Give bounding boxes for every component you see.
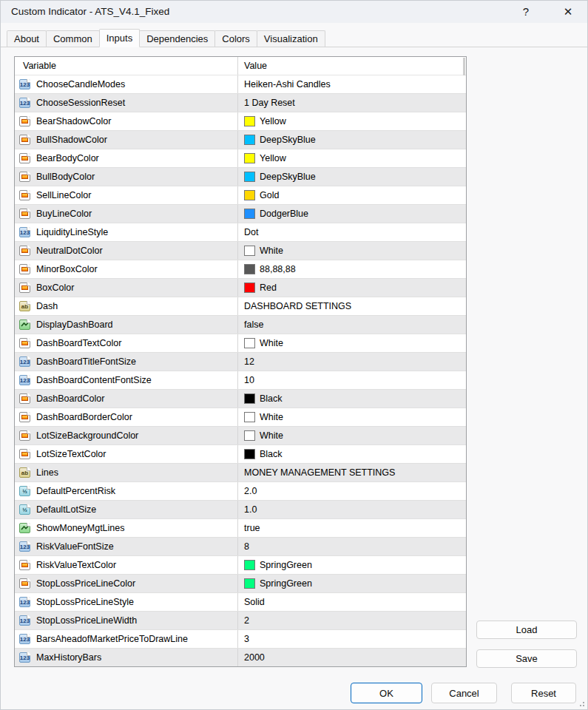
table-row[interactable]: NeutralDotColor White: [15, 242, 466, 260]
table-row[interactable]: LotSizeBackgroundColor White: [15, 427, 466, 445]
variable-cell[interactable]: BullBodyColor: [15, 168, 237, 186]
tab-colors[interactable]: Colors: [214, 30, 257, 47]
table-row[interactable]: DashBoardBorderColor White: [15, 408, 466, 427]
column-header-value[interactable]: Value: [237, 57, 466, 75]
close-icon[interactable]: ✕: [553, 1, 583, 23]
table-row[interactable]: 123 BarsAheadofMarketPriceToDrawLine 3: [15, 630, 466, 649]
table-row[interactable]: 123 MaxHistoryBars 2000: [15, 649, 466, 667]
variable-cell[interactable]: DisplayDashBoard: [15, 316, 237, 334]
value-cell[interactable]: 2000: [237, 649, 466, 666]
variable-cell[interactable]: ½ DefaultPercentRisk: [15, 482, 237, 500]
tab-dependencies[interactable]: Dependencies: [139, 30, 215, 47]
value-cell[interactable]: White: [237, 242, 466, 260]
variable-cell[interactable]: BearBodyColor: [15, 149, 237, 167]
table-row[interactable]: SellLineColor Gold: [15, 186, 466, 205]
value-cell[interactable]: 10: [237, 371, 466, 389]
tab-visualization[interactable]: Visualization: [257, 30, 325, 47]
table-row[interactable]: ab Lines MONEY MANAGEMENT SETTINGS: [15, 464, 466, 482]
variable-cell[interactable]: NeutralDotColor: [15, 242, 237, 260]
value-cell[interactable]: DodgerBlue: [237, 205, 466, 223]
tab-inputs[interactable]: Inputs: [99, 29, 140, 47]
table-row[interactable]: DisplayDashBoard false: [15, 316, 466, 334]
value-cell[interactable]: White: [237, 427, 466, 444]
tab-about[interactable]: About: [7, 30, 47, 47]
value-cell[interactable]: White: [237, 334, 466, 352]
value-cell[interactable]: 1 Day Reset: [237, 94, 466, 112]
table-row[interactable]: 123 DashBoardTitleFontSize 12: [15, 353, 466, 371]
ok-button[interactable]: OK: [351, 683, 422, 703]
table-row[interactable]: DashBoardTextColor White: [15, 334, 466, 353]
variable-cell[interactable]: BullShadowColor: [15, 131, 237, 149]
table-row[interactable]: ½ DefaultLotSize 1.0: [15, 501, 466, 519]
table-row[interactable]: StopLossPriceLineColor SpringGreen: [15, 575, 466, 593]
value-cell[interactable]: 12: [237, 353, 466, 371]
table-row[interactable]: MinorBoxColor 88,88,88: [15, 260, 466, 279]
value-cell[interactable]: Black: [237, 445, 466, 463]
table-row[interactable]: DashBoardColor Black: [15, 390, 466, 408]
table-row[interactable]: 123 RiskValueFontSize 8: [15, 538, 466, 556]
value-cell[interactable]: Solid: [237, 593, 466, 611]
cancel-button[interactable]: Cancel: [431, 683, 497, 703]
table-row[interactable]: BuyLineColor DodgerBlue: [15, 205, 466, 223]
help-icon[interactable]: ?: [511, 1, 541, 23]
table-row[interactable]: BearShadowColor Yellow: [15, 112, 466, 131]
value-cell[interactable]: DeepSkyBlue: [237, 131, 466, 149]
value-cell[interactable]: Dot: [237, 223, 466, 241]
variable-cell[interactable]: ½ DefaultLotSize: [15, 501, 237, 518]
variable-cell[interactable]: RiskValueTextColor: [15, 556, 237, 574]
variable-cell[interactable]: 123 LiquidityLineStyle: [15, 223, 237, 241]
column-header-variable[interactable]: Variable: [15, 57, 237, 75]
value-cell[interactable]: DeepSkyBlue: [237, 168, 466, 186]
value-cell[interactable]: Yellow: [237, 149, 466, 167]
variable-cell[interactable]: 123 DashBoardTitleFontSize: [15, 353, 237, 371]
table-row[interactable]: ab Dash DASHBOARD SETTINGS: [15, 297, 466, 316]
variable-cell[interactable]: SellLineColor: [15, 186, 237, 204]
table-scrollbar[interactable]: [463, 58, 465, 75]
table-row[interactable]: ShowMoneyMgtLines true: [15, 519, 466, 538]
variable-cell[interactable]: DashBoardColor: [15, 390, 237, 408]
value-cell[interactable]: 1.0: [237, 501, 466, 518]
variable-cell[interactable]: ab Lines: [15, 464, 237, 481]
variable-cell[interactable]: DashBoardBorderColor: [15, 408, 237, 426]
variable-cell[interactable]: DashBoardTextColor: [15, 334, 237, 352]
variable-cell[interactable]: 123 ChooseSessionReset: [15, 94, 237, 112]
variable-cell[interactable]: 123 RiskValueFontSize: [15, 538, 237, 555]
table-row[interactable]: BoxColor Red: [15, 279, 466, 297]
value-cell[interactable]: Red: [237, 279, 466, 297]
value-cell[interactable]: SpringGreen: [237, 575, 466, 592]
table-row[interactable]: 123 LiquidityLineStyle Dot: [15, 223, 466, 242]
variable-cell[interactable]: 123 StopLossPriceLineWidth: [15, 612, 237, 629]
variable-cell[interactable]: LotSizeBackgroundColor: [15, 427, 237, 444]
table-row[interactable]: BearBodyColor Yellow: [15, 149, 466, 168]
variable-cell[interactable]: StopLossPriceLineColor: [15, 575, 237, 592]
value-cell[interactable]: DASHBOARD SETTINGS: [237, 297, 466, 315]
value-cell[interactable]: 2: [237, 612, 466, 629]
table-row[interactable]: 123 ChooseSessionReset 1 Day Reset: [15, 94, 466, 112]
value-cell[interactable]: Yellow: [237, 112, 466, 130]
value-cell[interactable]: true: [237, 519, 466, 537]
reset-button[interactable]: Reset: [511, 683, 576, 703]
tab-common[interactable]: Common: [46, 30, 100, 47]
value-cell[interactable]: 2.0: [237, 482, 466, 500]
value-cell[interactable]: 8: [237, 538, 466, 555]
variable-cell[interactable]: 123 BarsAheadofMarketPriceToDrawLine: [15, 630, 237, 648]
table-row[interactable]: 123 DashBoardContentFontSize 10: [15, 371, 466, 390]
table-row[interactable]: BullBodyColor DeepSkyBlue: [15, 168, 466, 186]
variable-cell[interactable]: ShowMoneyMgtLines: [15, 519, 237, 537]
value-cell[interactable]: White: [237, 408, 466, 426]
variable-cell[interactable]: MinorBoxColor: [15, 260, 237, 278]
value-cell[interactable]: Gold: [237, 186, 466, 204]
save-button[interactable]: Save: [476, 649, 577, 668]
value-cell[interactable]: SpringGreen: [237, 556, 466, 574]
value-cell[interactable]: Black: [237, 390, 466, 408]
variable-cell[interactable]: ab Dash: [15, 297, 237, 315]
value-cell[interactable]: 3: [237, 630, 466, 648]
table-row[interactable]: 123 ChooseCandleModes Heiken-Ashi Candle…: [15, 75, 466, 94]
table-row[interactable]: LotSizeTextColor Black: [15, 445, 466, 464]
load-button[interactable]: Load: [476, 621, 577, 639]
variable-cell[interactable]: BearShadowColor: [15, 112, 237, 130]
table-row[interactable]: 123 StopLossPriceLineWidth 2: [15, 612, 466, 630]
variable-cell[interactable]: 123 StopLossPriceLineStyle: [15, 593, 237, 611]
table-row[interactable]: RiskValueTextColor SpringGreen: [15, 556, 466, 575]
table-row[interactable]: ½ DefaultPercentRisk 2.0: [15, 482, 466, 501]
